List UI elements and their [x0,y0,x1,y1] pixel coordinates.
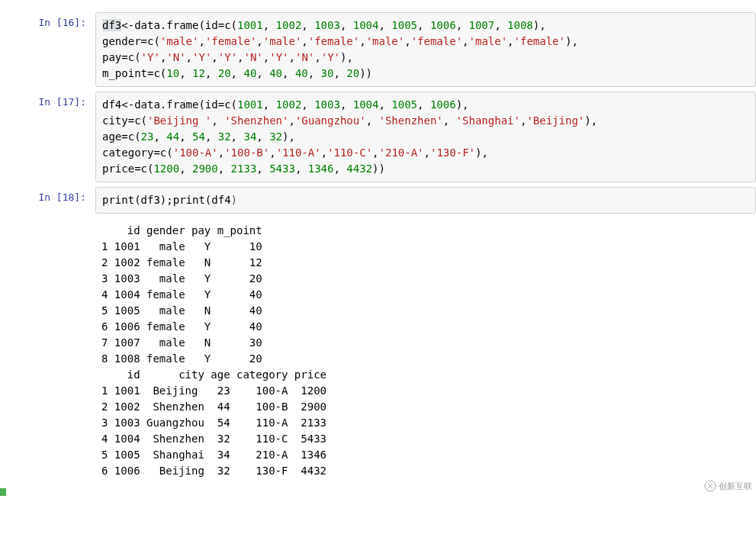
code-token: category=c( [102,146,173,159]
code-token: 44 [166,130,179,143]
code-token: 20 [218,67,231,79]
code-token: 1004 [353,19,379,31]
code-token: 'Y' [218,51,237,63]
code-token: , [340,19,353,31]
code-token: 'Beijing ' [147,114,211,127]
code-token: ), [456,98,469,111]
code-token: , [205,130,218,143]
code-token: 'male' [263,35,302,47]
code-token: 'N' [244,51,263,63]
code-token: '100-A' [173,146,218,159]
code-token: 40 [269,67,282,79]
code-token: 1005 [391,98,417,111]
code-token: 1006 [430,19,456,31]
code-token: 'female' [205,35,256,47]
code-token: 'male' [469,35,508,47]
code-token: , [378,19,391,31]
code-token: 32 [218,130,231,143]
code-token: 5433 [269,162,295,175]
code-token: 'Y' [192,51,211,63]
code-token: <-data.frame(id=c( [121,19,237,31]
code-token: ), [282,130,295,143]
code-token: , [417,98,430,111]
code-token: , [263,19,276,31]
code-token: , [218,162,231,175]
code-token: , [301,35,307,47]
code-token: , [507,35,513,47]
code-token: 40 [243,67,256,79]
code-token: pay=c( [102,51,141,63]
code-token: 'Y' [141,51,160,63]
output-text: id gender pay m_point 1 1001 male Y 10 2… [95,218,756,484]
code-token: , [263,98,276,111]
code-token: ), [584,114,597,127]
code-token: '210-A' [379,146,424,159]
watermark-text: 创新互联 [719,481,752,492]
code-token: 'Shanghai' [456,114,520,127]
code-token: df4 [102,98,121,111]
code-token: ), [565,35,578,47]
code-token: 1008 [507,19,533,31]
code-token: , [231,130,244,143]
code-token: ), [340,51,353,63]
code-token: 40 [295,67,308,79]
code-token: 1003 [314,98,340,111]
code-token: 'female' [411,35,462,47]
code-token: , [256,35,262,47]
code-token: print(df3);print(df4 [102,194,231,206]
code-token: , [153,130,166,143]
logo-icon [704,480,716,492]
code-token: city=c( [102,114,147,127]
code-token: , [288,114,294,127]
code-token: )) [359,67,372,79]
code-token: 'Beijing' [526,114,584,127]
code-cell-18: In [18]: print(df3);print(df4) [0,187,756,214]
code-token: 'N' [295,51,314,63]
code-cell-16: In [16]: df3<-data.frame(id=c(1001, 1002… [0,12,756,87]
code-token: 1001 [237,19,263,31]
code-token: )) [372,162,385,175]
code-token: , [462,35,468,47]
code-token: , [295,162,308,175]
code-token: 20 [346,67,359,79]
code-token: , [198,35,204,47]
code-token: age=c( [102,130,141,143]
code-token: 1002 [276,19,302,31]
code-token: 1006 [430,98,456,111]
code-token: 'Shenzhen' [224,114,288,127]
code-token: , [301,98,314,111]
code-token: , [256,162,269,175]
code-token: 54 [192,130,205,143]
code-token: ), [533,19,546,31]
prompt-empty [0,218,95,484]
code-token: , [231,67,244,79]
code-token: 'female' [308,35,359,47]
code-token: 1003 [314,19,340,31]
code-token: , [417,19,430,31]
prompt-label: In [16]: [0,12,95,87]
code-cell-17: In [17]: df4<-data.frame(id=c(1001, 1002… [0,92,756,182]
code-token: , [301,19,314,31]
code-token: , [366,114,379,127]
code-token: 2900 [192,162,218,175]
code-token: 1004 [353,98,379,111]
code-token: , [179,130,192,143]
code-token: , [263,51,269,63]
code-token: '110-A' [276,146,321,159]
code-token: 'Y' [321,51,340,63]
code-token: , [211,114,224,127]
status-indicator [0,488,6,496]
code-token: , [211,51,217,63]
code-token: 2133 [231,162,257,175]
code-token: 1200 [153,162,179,175]
code-token: '110-C' [327,146,372,159]
code-token: , [404,35,410,47]
code-token: 'Shenzhen' [378,114,442,127]
code-input[interactable]: df3<-data.frame(id=c(1001, 1002, 1003, 1… [95,12,756,87]
code-token: , [256,67,269,79]
code-token: '100-B' [224,146,269,159]
code-token: ), [475,146,488,159]
code-input[interactable]: print(df3);print(df4) [95,187,756,214]
code-token: , [269,146,275,159]
code-input[interactable]: df4<-data.frame(id=c(1001, 1002, 1003, 1… [95,92,756,182]
